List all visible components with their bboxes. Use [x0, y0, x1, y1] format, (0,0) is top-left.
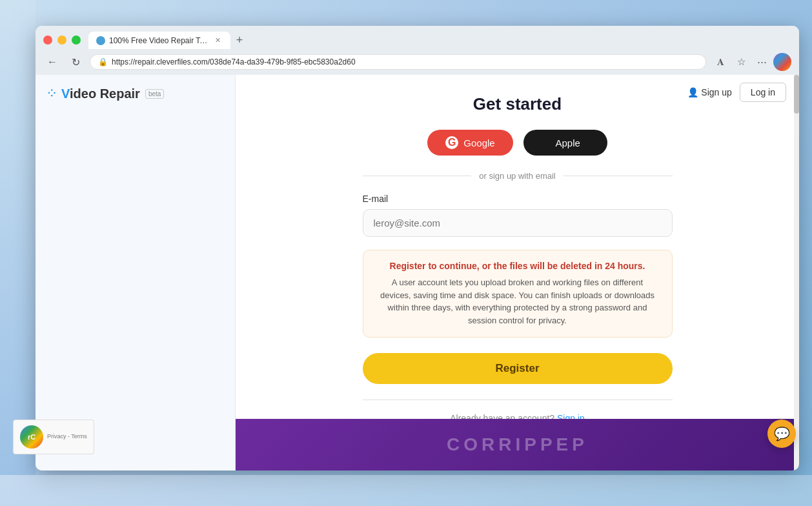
minimize-btn[interactable] [57, 35, 66, 45]
tab-label: 100% Free Video Repair Tool Onli... [109, 36, 209, 45]
read-aloud-button[interactable]: 𝐀 [711, 53, 729, 71]
new-tab-button[interactable]: + [230, 31, 249, 49]
register-button[interactable]: Register [363, 353, 673, 384]
apple-btn-label: Apple [556, 137, 580, 148]
more-button[interactable]: ⋯ [753, 53, 771, 71]
site-header: 👤 Sign up Log in [675, 75, 799, 110]
oauth-buttons: G Google Apple [363, 130, 673, 156]
browser-toolbar: ← ↻ 🔒 https://repair.cleverfiles.com/038… [36, 49, 799, 75]
scroll-track [794, 75, 799, 471]
bottom-divider [363, 400, 673, 400]
tab-bar: 100% Free Video Repair Tool Onli... ✕ + [88, 31, 791, 49]
favorites-button[interactable]: ☆ [732, 53, 750, 71]
close-btn[interactable] [43, 35, 52, 45]
log-in-button[interactable]: Log in [740, 83, 786, 102]
window-controls [43, 35, 81, 45]
logo-text: Video Repair [61, 86, 140, 101]
maximize-btn[interactable] [72, 35, 81, 45]
browser-window: 100% Free Video Repair Tool Onli... ✕ + … [36, 26, 799, 471]
site-main: 👤 Sign up Log in Get started G Google [236, 75, 799, 471]
browser-content: ⁘ Video Repair beta 👤 Sign up Log in [36, 75, 799, 471]
lock-icon: 🔒 [98, 57, 108, 66]
tab-close-icon[interactable]: ✕ [213, 35, 223, 45]
back-button[interactable]: ← [43, 53, 61, 71]
google-sign-in-button[interactable]: G Google [427, 130, 513, 156]
address-bar[interactable]: 🔒 https://repair.cleverfiles.com/038de74… [90, 54, 706, 70]
modal-card: Get started G Google Apple or sign up w [337, 75, 698, 449]
sign-up-button[interactable]: 👤 Sign up [687, 87, 731, 97]
browser-title-bar: 100% Free Video Repair Tool Onli... ✕ + [36, 26, 799, 49]
divider-line-left [363, 176, 472, 176]
promo-text: CORRIPPEP [447, 434, 588, 455]
google-btn-label: Google [463, 137, 494, 148]
site-sidebar: ⁘ Video Repair beta [36, 75, 236, 471]
recaptcha-text: Privacy - Terms [47, 433, 87, 441]
apple-sign-in-button[interactable]: Apple [523, 130, 607, 156]
email-label: E-mail [363, 194, 673, 204]
divider-line-right [563, 176, 673, 176]
divider: or sign up with email [363, 171, 673, 181]
modal-title: Get started [363, 94, 673, 114]
profile-icon[interactable] [773, 53, 791, 71]
info-box-text: A user account lets you upload broken an… [376, 276, 659, 327]
sign-up-label: Sign up [701, 87, 731, 97]
recaptcha-logo: rC [20, 425, 43, 449]
info-box-title: Register to continue, or the files will … [376, 261, 659, 271]
email-input[interactable] [363, 209, 673, 237]
promo-banner: CORRIPPEP [236, 419, 799, 471]
active-tab[interactable]: 100% Free Video Repair Tool Onli... ✕ [88, 32, 230, 49]
logo-beta: beta [145, 89, 164, 99]
chat-bubble-button[interactable]: 💬 [767, 420, 796, 448]
info-box: Register to continue, or the files will … [363, 250, 673, 338]
user-icon: 👤 [687, 87, 698, 97]
divider-text: or sign up with email [479, 171, 556, 181]
google-icon: G [445, 136, 458, 149]
toolbar-actions: 𝐀 ☆ ⋯ [711, 53, 791, 71]
url-text: https://repair.cleverfiles.com/038de74a-… [112, 57, 698, 66]
recaptcha-box: rC Privacy - Terms [13, 420, 94, 454]
reload-button[interactable]: ↻ [66, 53, 85, 71]
taskbar [0, 475, 812, 506]
site-logo: ⁘ Video Repair beta [46, 85, 225, 102]
tab-favicon [96, 36, 105, 45]
logo-icon: ⁘ [46, 85, 57, 102]
